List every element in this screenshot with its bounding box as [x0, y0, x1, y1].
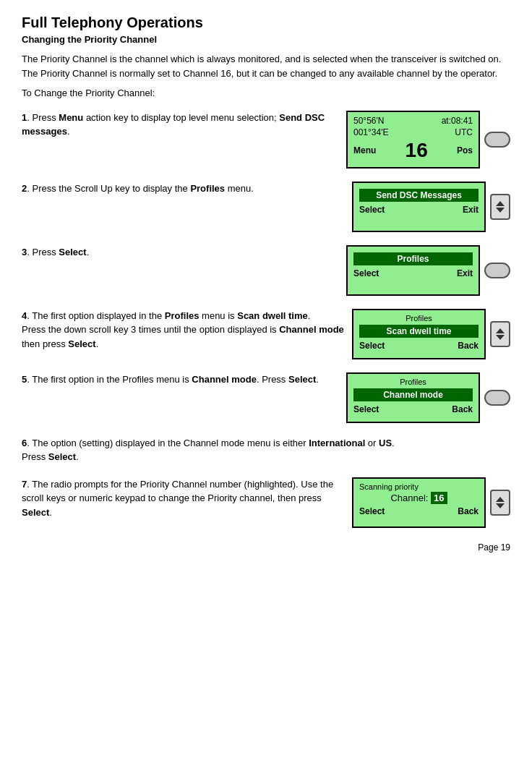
select-label-3: Select [353, 268, 379, 278]
arrow-up-icon-4 [496, 328, 505, 333]
channel-mode-highlight: Channel mode [353, 388, 473, 401]
step-2-text: 2. Press the Scroll Up key to display th… [22, 182, 345, 196]
profiles-title-4: Profiles [359, 314, 479, 323]
step-2-screen: Send DSC Messages Select Exit [352, 182, 486, 232]
step-4-bottom: Select Back [359, 341, 479, 351]
step-2: 2. Press the Scroll Up key to display th… [22, 182, 510, 232]
scan-dwell-highlight: Scan dwell time [359, 325, 479, 338]
step-6-text: 6. The option (setting) displayed in the… [22, 436, 510, 464]
step-7-right: Scanning priority Channel: 16 Select Bac… [352, 477, 510, 528]
step-4-content: 4. The first option displayed in the Pro… [22, 310, 344, 349]
step-4: 4. The first option displayed in the Pro… [22, 309, 510, 359]
step-5-bottom: Select Back [353, 404, 473, 414]
back-label-5: Back [452, 404, 473, 414]
step-7-text: 7. The radio prompts for the Priority Ch… [22, 477, 345, 520]
profiles-highlight: Profiles [353, 252, 473, 265]
to-change-text: To Change the Priority Channel: [22, 86, 510, 101]
oval-button-5[interactable] [484, 390, 510, 406]
coord-lat: 50°56'N [353, 116, 384, 126]
arrow-up-icon-7 [496, 497, 505, 502]
step-5-content: 5. The first option in the Profiles menu… [22, 374, 319, 385]
step-5-screen: Profiles Channel mode Select Back [346, 372, 480, 423]
step-7-content: 7. The radio prompts for the Priority Ch… [22, 479, 333, 518]
pos-label: Pos [457, 145, 473, 155]
scroll-button-2[interactable] [490, 194, 510, 220]
step-6-content: 6. The option (setting) displayed in the… [22, 438, 395, 463]
oval-button-1[interactable] [484, 132, 510, 148]
step-7-screen: Scanning priority Channel: 16 Select Bac… [352, 477, 486, 528]
utc-label: UTC [455, 127, 473, 137]
step-5-right: Profiles Channel mode Select Back [346, 372, 510, 423]
exit-label-2: Exit [463, 205, 479, 215]
step-7: 7. The radio prompts for the Priority Ch… [22, 477, 510, 528]
scroll-button-4[interactable] [490, 321, 510, 347]
step-2-bottom: Select Exit [359, 205, 479, 215]
arrow-down-icon-4 [496, 335, 505, 340]
arrow-up-icon [496, 201, 505, 206]
step-1-right: 50°56'N at:08:41 001°34'E UTC Menu 16 Po… [346, 111, 510, 169]
page-title: Full Telephony Operations [22, 14, 510, 31]
page-subtitle: Changing the Priority Channel [22, 34, 510, 45]
step-1-screen: 50°56'N at:08:41 001°34'E UTC Menu 16 Po… [346, 111, 480, 169]
oval-button-3[interactable] [484, 263, 510, 278]
channel-row-7: Channel: 16 [359, 493, 479, 503]
step-6: 6. The option (setting) displayed in the… [22, 436, 510, 464]
channel-number: 16 [406, 139, 428, 162]
step-1-text: 1. Press Menu action key to display top … [22, 111, 339, 139]
select-label-7: Select [359, 506, 385, 516]
exit-label-3: Exit [457, 268, 473, 278]
step-5-text: 5. The first option in the Profiles menu… [22, 372, 339, 387]
step-3-screen: Profiles Select Exit [346, 245, 480, 296]
send-dsc-highlight: Send DSC Messages [359, 189, 479, 202]
scanning-priority-label: Scanning priority [359, 482, 479, 491]
step-3-content: 3. Press Select. [22, 247, 89, 257]
step-3-right: Profiles Select Exit [346, 245, 510, 296]
profiles-title-5: Profiles [353, 378, 473, 386]
back-label-4: Back [458, 341, 479, 351]
select-label-2: Select [359, 205, 385, 215]
step-4-text: 4. The first option displayed in the Pro… [22, 309, 345, 351]
step-3-text: 3. Press Select. [22, 245, 339, 260]
step-2-content: 2. Press the Scroll Up key to display th… [22, 183, 254, 194]
step-7-bottom: Select Back [359, 506, 479, 516]
step-2-right: Send DSC Messages Select Exit [352, 182, 510, 232]
step-3-bottom: Select Exit [353, 268, 473, 278]
channel-num-highlight: 16 [431, 492, 447, 504]
scroll-button-7[interactable] [490, 490, 510, 516]
screen-row-1: 50°56'N at:08:41 [353, 116, 473, 126]
screen-row-2: 001°34'E UTC [353, 127, 473, 137]
page-number: Page 19 [22, 542, 510, 553]
menu-label: Menu [353, 145, 376, 155]
arrow-down-icon [496, 208, 505, 213]
select-label-5: Select [353, 404, 379, 414]
step-3: 3. Press Select. Profiles Select Exit [22, 245, 510, 296]
step-1-num: 1. Press Menu action key to display top … [22, 112, 325, 137]
select-label-4: Select [359, 341, 385, 351]
back-label-7: Back [458, 506, 479, 516]
step-1: 1. Press Menu action key to display top … [22, 111, 510, 169]
coord-lon: 001°34'E [353, 127, 388, 137]
arrow-down-icon-7 [496, 503, 505, 508]
screen-channel-row: Menu 16 Pos [353, 139, 473, 162]
step-4-right: Profiles Scan dwell time Select Back [352, 309, 510, 359]
time-val: at:08:41 [442, 116, 473, 126]
step-5: 5. The first option in the Profiles menu… [22, 372, 510, 423]
intro-paragraph: The Priority Channel is the channel whic… [22, 52, 510, 80]
step-4-screen: Profiles Scan dwell time Select Back [352, 309, 486, 359]
